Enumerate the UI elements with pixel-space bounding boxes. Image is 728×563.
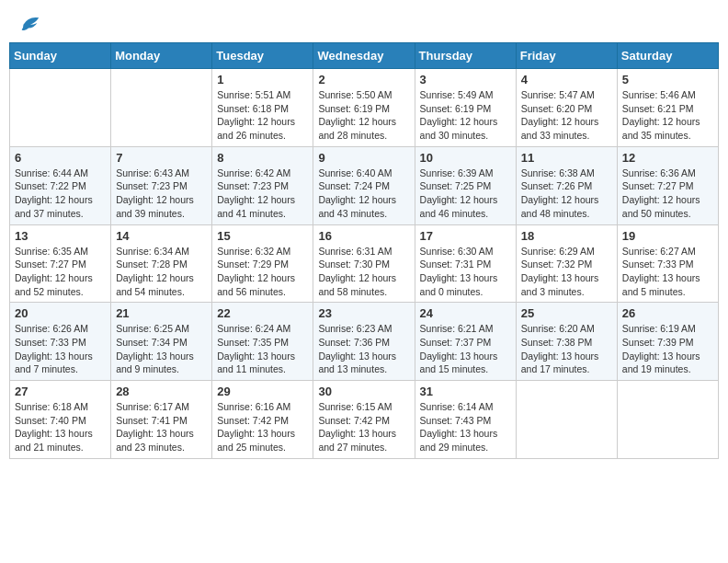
day-number: 23: [318, 306, 409, 320]
day-number: 8: [217, 151, 308, 165]
day-header-wednesday: Wednesday: [313, 43, 415, 69]
day-info: Sunrise: 6:15 AM Sunset: 7:42 PM Dayligh…: [318, 400, 409, 454]
day-number: 7: [116, 151, 207, 165]
calendar-cell: 23Sunrise: 6:23 AM Sunset: 7:36 PM Dayli…: [313, 303, 415, 381]
day-info: Sunrise: 5:46 AM Sunset: 6:21 PM Dayligh…: [622, 88, 713, 143]
day-header-thursday: Thursday: [415, 43, 516, 69]
calendar-cell: 15Sunrise: 6:32 AM Sunset: 7:29 PM Dayli…: [212, 224, 313, 303]
day-info: Sunrise: 6:35 AM Sunset: 7:27 PM Dayligh…: [15, 245, 106, 299]
day-number: 26: [622, 306, 713, 320]
calendar-cell: [10, 69, 111, 147]
calendar-cell: 28Sunrise: 6:17 AM Sunset: 7:41 PM Dayli…: [111, 381, 212, 459]
day-info: Sunrise: 6:29 AM Sunset: 7:32 PM Dayligh…: [521, 245, 612, 299]
day-number: 5: [622, 73, 713, 86]
day-info: Sunrise: 6:23 AM Sunset: 7:36 PM Dayligh…: [318, 322, 409, 376]
day-number: 24: [420, 306, 511, 320]
day-number: 30: [318, 385, 409, 398]
calendar-cell: 18Sunrise: 6:29 AM Sunset: 7:32 PM Dayli…: [516, 224, 617, 303]
calendar-cell: [617, 381, 718, 459]
day-number: 19: [622, 229, 713, 243]
day-info: Sunrise: 6:19 AM Sunset: 7:39 PM Dayligh…: [622, 322, 713, 376]
day-number: 28: [116, 385, 207, 398]
day-info: Sunrise: 6:32 AM Sunset: 7:29 PM Dayligh…: [217, 245, 308, 299]
day-number: 6: [15, 151, 106, 165]
day-number: 10: [420, 151, 511, 165]
day-info: Sunrise: 6:44 AM Sunset: 7:22 PM Dayligh…: [15, 167, 106, 221]
calendar-cell: 20Sunrise: 6:26 AM Sunset: 7:33 PM Dayli…: [10, 303, 111, 381]
calendar-cell: 14Sunrise: 6:34 AM Sunset: 7:28 PM Dayli…: [111, 224, 212, 303]
calendar-cell: 13Sunrise: 6:35 AM Sunset: 7:27 PM Dayli…: [10, 224, 111, 303]
day-info: Sunrise: 6:14 AM Sunset: 7:43 PM Dayligh…: [420, 400, 511, 454]
day-number: 2: [318, 73, 409, 86]
day-info: Sunrise: 6:34 AM Sunset: 7:28 PM Dayligh…: [116, 245, 207, 299]
day-info: Sunrise: 6:42 AM Sunset: 7:23 PM Dayligh…: [217, 167, 308, 221]
day-info: Sunrise: 6:26 AM Sunset: 7:33 PM Dayligh…: [15, 322, 106, 376]
calendar-table: SundayMondayTuesdayWednesdayThursdayFrid…: [9, 42, 719, 459]
calendar-cell: 7Sunrise: 6:43 AM Sunset: 7:23 PM Daylig…: [111, 146, 212, 224]
calendar-cell: 11Sunrise: 6:38 AM Sunset: 7:26 PM Dayli…: [516, 146, 617, 224]
day-number: 20: [15, 306, 106, 320]
day-info: Sunrise: 6:27 AM Sunset: 7:33 PM Dayligh…: [622, 245, 713, 299]
calendar-cell: 29Sunrise: 6:16 AM Sunset: 7:42 PM Dayli…: [212, 381, 313, 459]
day-info: Sunrise: 6:40 AM Sunset: 7:24 PM Dayligh…: [318, 167, 409, 221]
day-number: 4: [521, 73, 612, 86]
day-number: 12: [622, 151, 713, 165]
logo-bird-icon: [17, 9, 42, 35]
calendar-cell: 10Sunrise: 6:39 AM Sunset: 7:25 PM Dayli…: [415, 146, 516, 224]
day-info: Sunrise: 6:25 AM Sunset: 7:34 PM Dayligh…: [116, 322, 207, 376]
calendar-cell: 9Sunrise: 6:40 AM Sunset: 7:24 PM Daylig…: [313, 146, 415, 224]
day-info: Sunrise: 6:18 AM Sunset: 7:40 PM Dayligh…: [15, 400, 106, 454]
calendar-cell: 19Sunrise: 6:27 AM Sunset: 7:33 PM Dayli…: [617, 224, 718, 303]
day-info: Sunrise: 6:39 AM Sunset: 7:25 PM Dayligh…: [420, 167, 511, 221]
day-number: 27: [15, 385, 106, 398]
day-number: 18: [521, 229, 612, 243]
calendar-cell: [516, 381, 617, 459]
calendar-cell: 4Sunrise: 5:47 AM Sunset: 6:20 PM Daylig…: [516, 69, 617, 147]
day-info: Sunrise: 6:24 AM Sunset: 7:35 PM Dayligh…: [217, 322, 308, 376]
calendar-cell: 12Sunrise: 6:36 AM Sunset: 7:27 PM Dayli…: [617, 146, 718, 224]
day-info: Sunrise: 5:47 AM Sunset: 6:20 PM Dayligh…: [521, 88, 612, 143]
week-row-2: 6Sunrise: 6:44 AM Sunset: 7:22 PM Daylig…: [10, 146, 719, 224]
calendar-cell: 2Sunrise: 5:50 AM Sunset: 6:19 PM Daylig…: [313, 69, 415, 147]
day-number: 17: [420, 229, 511, 243]
week-row-5: 27Sunrise: 6:18 AM Sunset: 7:40 PM Dayli…: [10, 381, 719, 459]
day-number: 15: [217, 229, 308, 243]
day-info: Sunrise: 6:30 AM Sunset: 7:31 PM Dayligh…: [420, 245, 511, 299]
day-header-friday: Friday: [516, 43, 617, 69]
day-info: Sunrise: 5:49 AM Sunset: 6:19 PM Dayligh…: [420, 88, 511, 143]
calendar-cell: 16Sunrise: 6:31 AM Sunset: 7:30 PM Dayli…: [313, 224, 415, 303]
day-number: 13: [15, 229, 106, 243]
day-info: Sunrise: 5:51 AM Sunset: 6:18 PM Dayligh…: [217, 88, 308, 143]
week-row-4: 20Sunrise: 6:26 AM Sunset: 7:33 PM Dayli…: [10, 303, 719, 381]
week-row-3: 13Sunrise: 6:35 AM Sunset: 7:27 PM Dayli…: [10, 224, 719, 303]
day-number: 21: [116, 306, 207, 320]
logo: [13, 9, 42, 35]
day-header-monday: Monday: [111, 43, 212, 69]
day-info: Sunrise: 6:16 AM Sunset: 7:42 PM Dayligh…: [217, 400, 308, 454]
calendar-cell: 21Sunrise: 6:25 AM Sunset: 7:34 PM Dayli…: [111, 303, 212, 381]
calendar-cell: 6Sunrise: 6:44 AM Sunset: 7:22 PM Daylig…: [10, 146, 111, 224]
day-number: 25: [521, 306, 612, 320]
calendar-cell: 3Sunrise: 5:49 AM Sunset: 6:19 PM Daylig…: [415, 69, 516, 147]
calendar-cell: 17Sunrise: 6:30 AM Sunset: 7:31 PM Dayli…: [415, 224, 516, 303]
day-number: 11: [521, 151, 612, 165]
calendar-cell: 8Sunrise: 6:42 AM Sunset: 7:23 PM Daylig…: [212, 146, 313, 224]
header: [9, 9, 719, 35]
day-number: 31: [420, 385, 511, 398]
calendar-cell: 24Sunrise: 6:21 AM Sunset: 7:37 PM Dayli…: [415, 303, 516, 381]
day-header-saturday: Saturday: [617, 43, 718, 69]
day-number: 1: [217, 73, 308, 86]
day-number: 29: [217, 385, 308, 398]
day-info: Sunrise: 5:50 AM Sunset: 6:19 PM Dayligh…: [318, 88, 409, 143]
day-number: 16: [318, 229, 409, 243]
day-info: Sunrise: 6:21 AM Sunset: 7:37 PM Dayligh…: [420, 322, 511, 376]
day-number: 22: [217, 306, 308, 320]
day-number: 3: [420, 73, 511, 86]
day-number: 9: [318, 151, 409, 165]
day-info: Sunrise: 6:20 AM Sunset: 7:38 PM Dayligh…: [521, 322, 612, 376]
days-header-row: SundayMondayTuesdayWednesdayThursdayFrid…: [10, 43, 719, 69]
day-info: Sunrise: 6:38 AM Sunset: 7:26 PM Dayligh…: [521, 167, 612, 221]
calendar-cell: 1Sunrise: 5:51 AM Sunset: 6:18 PM Daylig…: [212, 69, 313, 147]
calendar-cell: 25Sunrise: 6:20 AM Sunset: 7:38 PM Dayli…: [516, 303, 617, 381]
calendar-cell: 27Sunrise: 6:18 AM Sunset: 7:40 PM Dayli…: [10, 381, 111, 459]
